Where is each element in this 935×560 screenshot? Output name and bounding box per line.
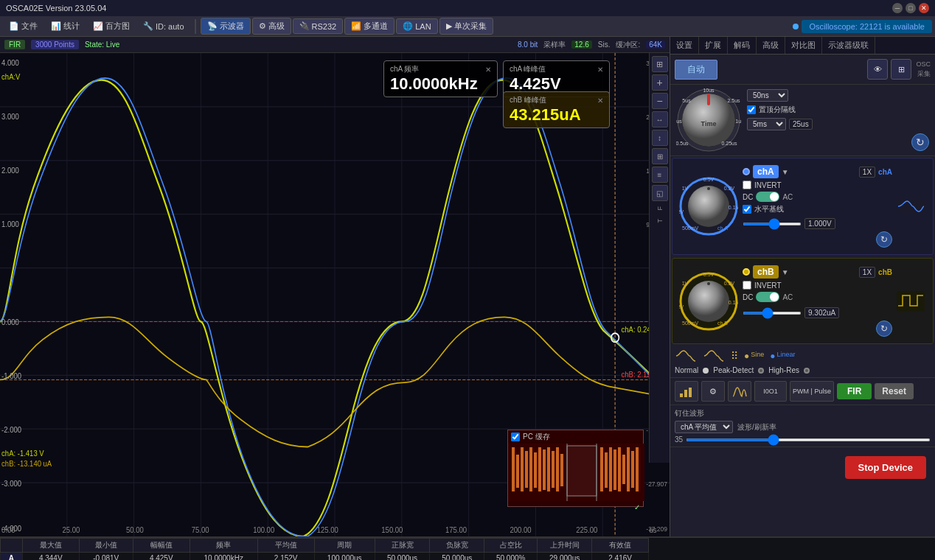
btn-multichannel[interactable]: 📶 多通道 (344, 18, 394, 35)
cha-refresh-row: ↻ (743, 231, 892, 248)
gear-icon[interactable]: ⚙ (701, 381, 725, 402)
cha-avg-select[interactable]: chA 平均值 chB 平均值 (675, 421, 733, 433)
reset-button[interactable]: Reset (875, 383, 914, 399)
divline-label: 置顶分隔线 (759, 105, 796, 115)
tab-advanced[interactable]: 高级 (757, 37, 785, 54)
btn-oscilloscope[interactable]: 📡 示波器 (201, 18, 251, 35)
sidebar-vscale-icon[interactable]: ↕ (652, 130, 668, 146)
pc-buffer-mini-waveform (508, 444, 644, 501)
sidebar-lines-icon[interactable]: ≡ (652, 167, 668, 183)
normal-radio[interactable] (703, 368, 709, 374)
bar-chart-icon[interactable] (675, 381, 698, 402)
close-cha-peak-icon[interactable]: ✕ (597, 66, 603, 74)
cha-led[interactable] (743, 168, 750, 175)
eye-icon[interactable]: 👁 (867, 59, 888, 80)
pulse-icon[interactable]: I0O1 (754, 381, 787, 402)
tab-extend[interactable]: 扩展 (699, 37, 728, 54)
btn-rs232[interactable]: 🔌 RS232 (293, 18, 344, 34)
sidebar-zoom-icon[interactable]: ⊞ (652, 56, 668, 72)
btn-single-acq[interactable]: ▶ 单次采集 (439, 18, 493, 35)
pos-select[interactable]: 5ms1ms10ms (747, 118, 786, 130)
btn-lan[interactable]: 🌐 LAN (396, 18, 437, 34)
fir-button[interactable]: FIR (837, 383, 872, 399)
mem-label: Sis. (598, 41, 611, 49)
menu-histogram-label: 百方图 (105, 21, 130, 32)
cha-controls: chA ▼ 1X chA INVERT DC AC (743, 165, 892, 248)
stop-device-button[interactable]: Stop Device (845, 456, 926, 479)
chb-ac-label: AC (782, 293, 793, 301)
col-header-min: 最小值 (79, 539, 133, 553)
pc-buffer-checkbox[interactable] (511, 433, 520, 441)
cha-refresh-icon[interactable]: ↻ (876, 231, 892, 248)
close-button[interactable]: ✕ (919, 3, 929, 13)
highres-radio[interactable] (804, 368, 810, 374)
chb-multiplier[interactable]: 1X (859, 267, 875, 278)
chb-dropdown-arrow[interactable]: ▼ (782, 268, 789, 276)
cha-invert-checkbox[interactable] (743, 181, 751, 189)
sidebar-plus-icon[interactable]: + (652, 74, 668, 91)
pwm-pulse-btn[interactable]: PWM | Pulse (790, 381, 834, 402)
svg-rect-78 (636, 447, 639, 491)
menu-histogram[interactable]: 📈 百方图 (87, 18, 136, 34)
btn-advanced[interactable]: ⚙ 高级 (252, 18, 291, 35)
sidebar-hscale-icon[interactable]: ↔ (652, 111, 668, 127)
close-freq-icon[interactable]: ✕ (485, 66, 491, 74)
menu-id[interactable]: 🔧 ID: auto (137, 19, 190, 33)
row-a-max: 4.344V (22, 553, 79, 561)
cha-dropdown-arrow[interactable]: ▼ (782, 168, 789, 176)
pc-buffer-box: PC 缓存 (507, 430, 644, 507)
acq-right-btns: OSC 采集 (916, 60, 931, 79)
scope-canvas[interactable]: 4.000 3.000 2.000 1.000 0.000 -1.000 -2.… (0, 53, 670, 536)
time-knob-wrap[interactable]: Time 10us 2.5us 1us 0.25us 0.5us 2us 5us (676, 88, 741, 153)
chb-position-slider[interactable] (743, 312, 802, 315)
menu-file[interactable]: 📄 文件 (3, 18, 44, 34)
chb-coupling-toggle[interactable] (756, 292, 779, 302)
chb-knob-svg: 0.5V 0.2V 0.1V 1V 2V ch.B 500mV (679, 272, 738, 331)
cha-freq-box: chA 频率 ✕ 10.0000kHz (383, 60, 498, 97)
cha-knob-wrap[interactable]: 0.5V 0.2V 0.1V 1V 2V ch.A 500mV (679, 177, 738, 236)
chb-knob-wrap[interactable]: 0.5V 0.2V 0.1V 1V 2V ch.B 500mV (679, 272, 738, 331)
chb-invert-checkbox[interactable] (743, 281, 751, 290)
svg-text:100.00: 100.00 (253, 526, 274, 535)
close-chb-peak-icon[interactable]: ✕ (597, 97, 603, 105)
tab-settings[interactable]: 设置 (670, 37, 699, 54)
filter-slider[interactable] (686, 438, 931, 441)
svg-text:ch.B: ch.B (717, 321, 728, 326)
buf-label: 缓冲区: (616, 40, 640, 50)
maximize-button[interactable]: □ (906, 3, 916, 13)
tab-compare[interactable]: 对比图 (785, 37, 822, 54)
menu-chart[interactable]: 📊 线计 (45, 18, 86, 34)
refresh-icon[interactable]: ↻ (911, 133, 929, 151)
svg-rect-59 (521, 447, 524, 491)
chb-label-row: chB ▼ 1X chB (743, 265, 892, 279)
cha-position-slider[interactable] (743, 223, 802, 225)
divline-checkbox[interactable] (747, 105, 756, 114)
sidebar-rect-icon[interactable]: ◱ (652, 185, 668, 201)
cha-hline-checkbox[interactable] (743, 205, 751, 214)
status-text: Oscilloscope: 22121 is available (802, 20, 932, 33)
divider (195, 19, 196, 34)
minimize-button[interactable]: ─ (892, 3, 903, 13)
chb-refresh-icon[interactable]: ↻ (876, 321, 892, 337)
col-header-negpw: 负脉宽 (430, 539, 484, 553)
cha-invert-row: INVERT (743, 181, 892, 189)
chb-wave-icons (897, 291, 926, 312)
chb-led[interactable] (743, 268, 750, 276)
svg-text:2V: 2V (679, 209, 684, 214)
osc-label: OSC (916, 60, 931, 68)
cha-multiplier[interactable]: 1X (859, 167, 875, 178)
peak-radio[interactable] (758, 368, 764, 374)
tab-decode[interactable]: 解码 (728, 37, 757, 54)
filter-slider-row: 35 (675, 435, 931, 444)
sidebar-grid-icon[interactable]: ⊞ (652, 148, 668, 164)
sidebar-minus-icon[interactable]: − (652, 93, 668, 109)
spectrum-icon[interactable] (728, 381, 751, 402)
chb-dc-label: DC (743, 293, 753, 301)
time-value-select[interactable]: 50ns100ns200ns500ns 1us2us5us10us (747, 89, 788, 102)
tab-cascade[interactable]: 示波器级联 (822, 37, 875, 54)
status-dot (793, 24, 799, 29)
cha-coupling-toggle[interactable] (756, 192, 779, 202)
col-header-pospw: 正脉宽 (375, 539, 429, 553)
auto-button[interactable]: 自动 (675, 60, 717, 80)
grid-view-icon[interactable]: ⊞ (891, 59, 911, 80)
